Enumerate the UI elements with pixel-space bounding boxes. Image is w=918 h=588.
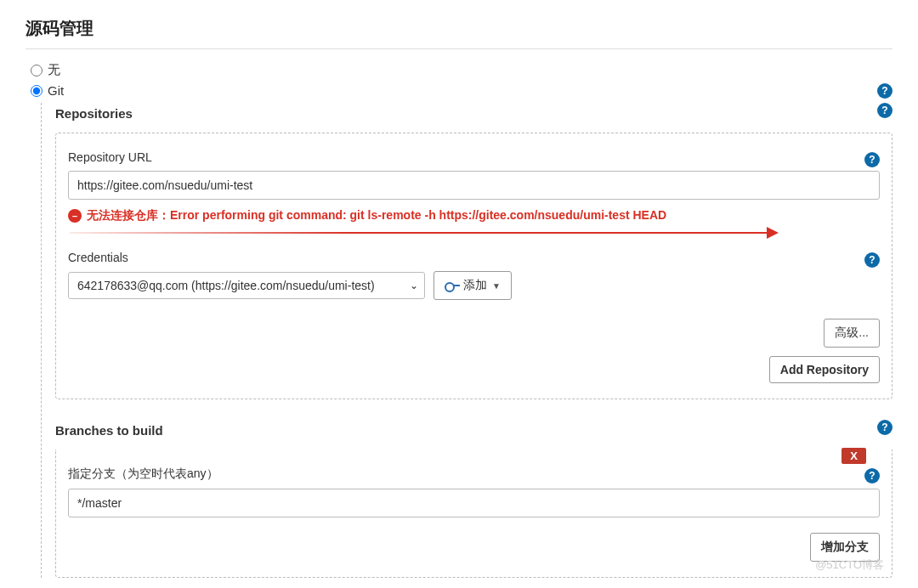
- repo-url-input[interactable]: [68, 171, 880, 200]
- add-repository-label: Add Repository: [780, 363, 869, 376]
- credentials-label: Credentials: [68, 251, 880, 264]
- delete-branch-button[interactable]: X: [842, 448, 866, 464]
- chevron-down-icon: ▼: [492, 281, 501, 291]
- add-credentials-label: 添加: [463, 278, 487, 293]
- key-icon: [445, 281, 458, 290]
- error-message: – 无法连接仓库：Error performing git command: g…: [68, 208, 880, 223]
- add-credentials-button[interactable]: 添加 ▼: [434, 271, 512, 300]
- error-text: 无法连接仓库：Error performing git command: git…: [87, 208, 666, 223]
- add-branch-button[interactable]: 增加分支: [810, 533, 880, 562]
- advanced-button[interactable]: 高级...: [824, 319, 880, 348]
- scm-git-radio[interactable]: [31, 85, 42, 97]
- repositories-label: Repositories: [55, 103, 892, 124]
- help-icon[interactable]: ?: [877, 83, 892, 99]
- error-icon: –: [68, 209, 82, 223]
- repository-block: Repository URL ? – 无法连接仓库：Error performi…: [55, 133, 892, 399]
- credentials-select[interactable]: 642178633@qq.com (https://gitee.com/nsue…: [68, 272, 425, 299]
- branch-block: X 指定分支（为空时代表any） ? 增加分支: [55, 449, 892, 578]
- add-repository-button[interactable]: Add Repository: [769, 356, 880, 383]
- help-icon[interactable]: ?: [864, 252, 880, 268]
- section-title: 源码管理: [26, 17, 892, 49]
- annotation-arrow: [70, 227, 880, 239]
- help-icon[interactable]: ?: [877, 420, 892, 435]
- help-icon[interactable]: ?: [864, 152, 880, 167]
- help-icon[interactable]: ?: [864, 468, 880, 483]
- add-branch-label: 增加分支: [821, 540, 869, 555]
- branch-spec-label: 指定分支（为空时代表any）: [68, 466, 880, 482]
- repo-url-label: Repository URL: [68, 150, 880, 164]
- scm-git-label[interactable]: Git: [48, 83, 64, 98]
- help-icon[interactable]: ?: [877, 103, 892, 118]
- scm-none-radio[interactable]: [31, 65, 42, 76]
- scm-none-label[interactable]: 无: [48, 62, 60, 78]
- advanced-button-label: 高级...: [835, 325, 869, 341]
- branches-label: Branches to build: [55, 420, 892, 441]
- branch-spec-input[interactable]: [68, 489, 880, 517]
